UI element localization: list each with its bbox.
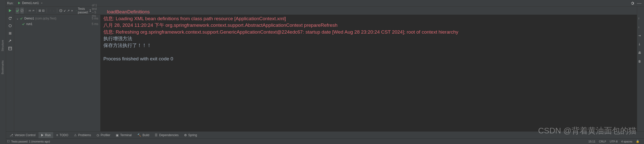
test-method-time: 5 ms [92,22,98,26]
play-icon [41,134,44,136]
show-ignored-button[interactable] [20,8,24,14]
svg-marker-1 [9,9,11,12]
collapse-button[interactable]: ⊟ [42,8,45,14]
import-button[interactable]: ↙ [64,8,66,14]
console-line: 信息: Loading XML bean definitions from cl… [103,15,634,22]
tab-version-control[interactable]: ⎇ Version Control [7,132,38,138]
profiler-icon: ◷ [97,133,99,137]
line-separator[interactable]: CRLF [599,140,606,143]
print-icon[interactable]: 🖶 [638,51,643,56]
expand-button[interactable]: ⊞ [39,8,41,14]
tab-title: Demo1.run1 [22,1,39,5]
console-line: 八月 28, 2024 11:20:24 下午 org.springframew… [103,22,634,29]
todo-icon: ≡ [56,133,58,137]
left-icon-column [6,7,14,131]
right-gutter: ↑ ↓ ⇥ ⤓ 🖶 🗑 [637,7,644,131]
bookmarks-tab[interactable]: Bookmarks [0,58,5,76]
problems-icon: ⚠ [74,133,77,137]
tab-build[interactable]: 🔨 Build [135,132,152,138]
test-tree[interactable]: ⌄ Demo1 (com.qcby.Test) 5 ms run1 5 ms [14,15,100,131]
tab-spring[interactable]: ✿ Spring [182,132,200,138]
terminal-icon: ▣ [116,133,119,137]
svg-point-2 [9,25,11,27]
status-icon: ☐ [7,140,10,143]
status-bar: ☐ Tests passed: 1 (moments ago) 15:11 CR… [0,138,644,144]
structure-tab[interactable]: Structure [0,38,5,53]
history-button[interactable] [59,8,63,14]
settings-icon[interactable] [630,1,634,5]
bottom-tabs: ⎇ Version Control Run ≡ TODO ⚠ Problems … [0,131,644,138]
lock-icon[interactable]: 🔒 [636,140,639,143]
check-icon [20,17,23,20]
console-line: 保存方法执行了！！！ [103,42,634,49]
rerun-failed-button[interactable] [8,16,13,21]
svg-line-7 [21,10,23,12]
console-line: 执行增强方法 [103,35,634,42]
run-config-tab[interactable]: Demo1.run1 × [15,0,45,6]
tab-problems[interactable]: ⚠ Problems [71,132,94,138]
test-class-name: Demo1 [24,17,34,20]
spring-icon: ✿ [184,133,187,137]
wrench-icon[interactable] [8,38,13,43]
export-button[interactable]: ↗ [67,8,70,14]
branch-icon: ⎇ [10,133,13,137]
console-line: loadBeanDefinitions [103,9,634,15]
indent-setting[interactable]: 4 spaces [621,140,632,143]
tree-row-root[interactable]: ⌄ Demo1 (com.qcby.Test) 5 ms [14,16,100,21]
scroll-down-icon[interactable]: ↓ [638,25,643,30]
svg-rect-3 [9,32,11,35]
tab-terminal[interactable]: ▣ Terminal [113,132,134,138]
dependencies-icon: ☰ [155,133,158,137]
scroll-up-icon[interactable]: ↑ [638,17,643,22]
console-line: Process finished with exit code 0 [103,56,634,62]
tree-row-child[interactable]: run1 5 ms [14,21,100,27]
cursor-position[interactable]: 15:11 [589,140,596,143]
console-output[interactable]: loadBeanDefinitions 信息: Loading XML bean… [100,7,637,131]
soft-wrap-icon[interactable]: ⇥ [638,34,643,39]
sort-alpha-button[interactable]: ↓a [28,8,31,14]
check-icon [22,22,25,26]
stop-button[interactable] [8,31,13,36]
toggle-auto-test-button[interactable] [8,23,13,28]
tab-profiler[interactable]: ◷ Profiler [94,132,113,138]
clear-icon[interactable]: 🗑 [638,60,643,65]
run-icon [18,2,21,4]
tab-run[interactable]: Run [39,132,53,138]
up-button[interactable]: ↑ [49,8,51,14]
run-label: Run: [7,2,13,5]
svg-marker-0 [18,2,20,4]
test-toolbar: ↓a ↓≡ ⊞ ⊟ ↑ ↓ ↙ ↗ » Tests passed: 1 of 1… [14,7,100,15]
test-class-time: 5 ms [92,17,98,20]
tab-todo[interactable]: ≡ TODO [54,132,71,138]
close-icon[interactable]: × [41,2,42,5]
console-line [103,49,634,56]
layout-icon[interactable] [8,46,13,51]
test-tree-panel: ↓a ↓≡ ⊞ ⊟ ↑ ↓ ↙ ↗ » Tests passed: 1 of 1… [14,7,100,131]
build-icon: 🔨 [137,133,141,137]
status-text: Tests passed: 1 (moments ago) [11,140,50,143]
rerun-button[interactable] [8,8,13,13]
test-class-extra: (com.qcby.Test) [35,17,56,20]
more-button[interactable]: » [71,8,73,14]
svg-marker-9 [41,134,43,136]
scroll-to-end-icon[interactable]: ⤓ [638,42,643,47]
chevron-down-icon[interactable]: ⌄ [16,17,19,20]
show-passed-button[interactable] [16,8,19,14]
console-line: 信息: Refreshing org.springframework.conte… [103,29,634,36]
test-method-name: run1 [26,22,32,26]
minimize-icon[interactable]: — [637,1,641,6]
svg-rect-4 [9,47,12,50]
down-button[interactable]: ↓ [52,8,55,14]
sort-duration-button[interactable]: ↓≡ [32,8,34,14]
tab-dependencies[interactable]: ☰ Dependencies [152,132,181,138]
file-encoding[interactable]: UTF-8 [610,140,618,143]
left-gutter: Structure Bookmarks [0,0,6,144]
